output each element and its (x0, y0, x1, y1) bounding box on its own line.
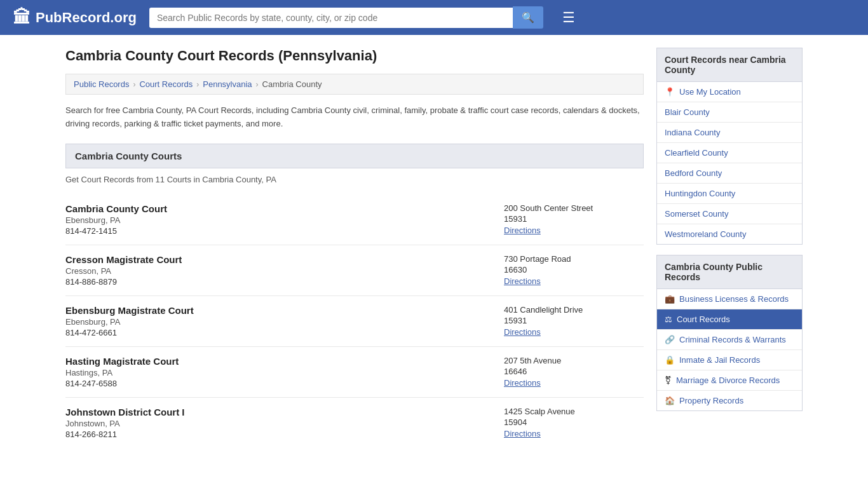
nearby-county-link[interactable]: Blair County (665, 107, 710, 117)
search-area: 🔍 (149, 6, 543, 29)
court-city: Johnstown, PA (65, 419, 491, 428)
court-right: 200 South Center Street 15931 Directions (491, 203, 644, 236)
court-item: Cambria County Court Ebensburg, PA 814-4… (65, 194, 644, 245)
menu-button[interactable]: ☰ (562, 11, 575, 25)
court-phone: 814-266-8211 (65, 430, 491, 439)
court-phone: 814-472-6661 (65, 328, 491, 337)
nearby-section: Court Records near Cambria County 📍 Use … (656, 48, 803, 245)
record-icon: 🔒 (665, 355, 675, 365)
court-left: Cresson Magistrate Court Cresson, PA 814… (65, 254, 491, 287)
nearby-county-item[interactable]: Bedford County (657, 163, 802, 184)
record-link[interactable]: Marriage & Divorce Records (676, 376, 780, 385)
breadcrumb-sep-2: › (196, 80, 199, 89)
directions-link[interactable]: Directions (504, 226, 541, 235)
court-address: 200 South Center Street (504, 203, 644, 213)
use-my-location[interactable]: 📍 Use My Location (657, 82, 802, 102)
logo-icon: 🏛 (13, 7, 31, 28)
breadcrumb-court-records[interactable]: Court Records (139, 79, 193, 89)
nearby-header: Court Records near Cambria County (656, 48, 803, 82)
court-name: Cresson Magistrate Court (65, 254, 491, 265)
court-phone: 814-472-1415 (65, 226, 491, 236)
public-records-section: Cambria County Public Records 💼Business … (656, 255, 803, 411)
court-name: Johnstown District Court I (65, 407, 491, 417)
court-city: Ebensburg, PA (65, 317, 491, 327)
record-link[interactable]: Inmate & Jail Records (679, 355, 760, 365)
court-address: 1425 Scalp Avenue (504, 407, 644, 416)
court-city: Ebensburg, PA (65, 215, 491, 225)
nearby-counties-list: Blair CountyIndiana CountyClearfield Cou… (657, 102, 802, 244)
court-left: Ebensburg Magistrate Court Ebensburg, PA… (65, 305, 491, 337)
directions-link[interactable]: Directions (504, 327, 541, 337)
court-phone: 814-247-6588 (65, 379, 491, 388)
record-link[interactable]: Property Records (679, 396, 743, 405)
search-icon: 🔍 (522, 12, 534, 23)
sidebar: Court Records near Cambria County 📍 Use … (656, 48, 803, 448)
directions-link[interactable]: Directions (504, 276, 541, 286)
public-record-item[interactable]: 🔗Criminal Records & Warrants (657, 330, 802, 350)
public-record-item[interactable]: ⚖Court Records (657, 309, 802, 330)
court-address: 730 Portage Road (504, 254, 644, 264)
directions-link[interactable]: Directions (504, 429, 541, 438)
section-header: Cambria County Courts (65, 144, 644, 168)
public-record-item[interactable]: 🏠Property Records (657, 391, 802, 410)
court-right: 207 5th Avenue 16646 Directions (491, 356, 644, 388)
nearby-county-item[interactable]: Blair County (657, 102, 802, 123)
court-right: 730 Portage Road 16630 Directions (491, 254, 644, 287)
court-right: 401 Candlelight Drive 15931 Directions (491, 305, 644, 337)
search-button[interactable]: 🔍 (513, 6, 543, 29)
page-title: Cambria County Court Records (Pennsylvan… (65, 48, 644, 64)
site-logo[interactable]: 🏛 PubRecord.org (13, 7, 137, 28)
public-record-item[interactable]: 💼Business Licenses & Records (657, 289, 802, 309)
nearby-county-link[interactable]: Somerset County (665, 209, 728, 219)
content-area: Cambria County Court Records (Pennsylvan… (65, 48, 644, 448)
courts-list: Cambria County Court Ebensburg, PA 814-4… (65, 194, 644, 448)
court-zip: 16630 (504, 265, 644, 274)
court-name: Ebensburg Magistrate Court (65, 305, 491, 316)
nearby-county-item[interactable]: Clearfield County (657, 143, 802, 163)
logo-text: PubRecord.org (36, 10, 137, 26)
location-icon: 📍 (665, 87, 675, 97)
site-header: 🏛 PubRecord.org 🔍 ☰ (0, 0, 868, 35)
court-right: 1425 Scalp Avenue 15904 Directions (491, 407, 644, 439)
nearby-county-item[interactable]: Huntingdon County (657, 184, 802, 204)
nearby-county-item[interactable]: Indiana County (657, 123, 802, 143)
breadcrumb-current: Cambria County (262, 79, 322, 89)
public-records-header: Cambria County Public Records (656, 255, 803, 289)
public-records-list: 💼Business Licenses & Records⚖Court Recor… (656, 289, 803, 411)
court-name: Cambria County Court (65, 203, 491, 214)
directions-link[interactable]: Directions (504, 378, 541, 388)
court-left: Cambria County Court Ebensburg, PA 814-4… (65, 203, 491, 236)
court-zip: 15931 (504, 214, 644, 224)
record-icon: 💼 (665, 294, 675, 304)
court-left: Johnstown District Court I Johnstown, PA… (65, 407, 491, 439)
breadcrumb: Public Records › Court Records › Pennsyl… (65, 74, 644, 95)
court-city: Hastings, PA (65, 368, 491, 377)
court-item: Ebensburg Magistrate Court Ebensburg, PA… (65, 296, 644, 347)
public-record-item[interactable]: ⚧Marriage & Divorce Records (657, 370, 802, 391)
nearby-county-link[interactable]: Clearfield County (665, 148, 728, 158)
breadcrumb-public-records[interactable]: Public Records (74, 79, 129, 89)
nearby-county-link[interactable]: Indiana County (665, 128, 720, 137)
record-link[interactable]: Criminal Records & Warrants (679, 335, 786, 344)
nearby-county-item[interactable]: Westmoreland County (657, 224, 802, 244)
record-link[interactable]: Business Licenses & Records (679, 294, 789, 304)
public-record-item[interactable]: 🔒Inmate & Jail Records (657, 350, 802, 370)
nearby-list: 📍 Use My Location Blair CountyIndiana Co… (656, 82, 803, 245)
search-input[interactable] (149, 8, 513, 28)
record-icon: ⚖ (665, 315, 672, 324)
page-description: Search for free Cambria County, PA Court… (65, 104, 644, 131)
record-icon: 🔗 (665, 335, 675, 344)
breadcrumb-pennsylvania[interactable]: Pennsylvania (203, 79, 252, 89)
use-location-link[interactable]: Use My Location (679, 87, 741, 97)
court-phone: 814-886-8879 (65, 277, 491, 287)
court-item: Hasting Magistrate Court Hastings, PA 81… (65, 347, 644, 398)
court-item: Cresson Magistrate Court Cresson, PA 814… (65, 245, 644, 296)
nearby-county-link[interactable]: Bedford County (665, 168, 722, 178)
nearby-county-link[interactable]: Westmoreland County (665, 229, 746, 239)
record-label: Court Records (677, 315, 730, 324)
section-subtext: Get Court Records from 11 Courts in Camb… (65, 175, 644, 184)
nearby-county-item[interactable]: Somerset County (657, 204, 802, 224)
nearby-county-link[interactable]: Huntingdon County (665, 189, 735, 198)
breadcrumb-sep-1: › (133, 80, 135, 89)
hamburger-icon: ☰ (562, 10, 575, 25)
